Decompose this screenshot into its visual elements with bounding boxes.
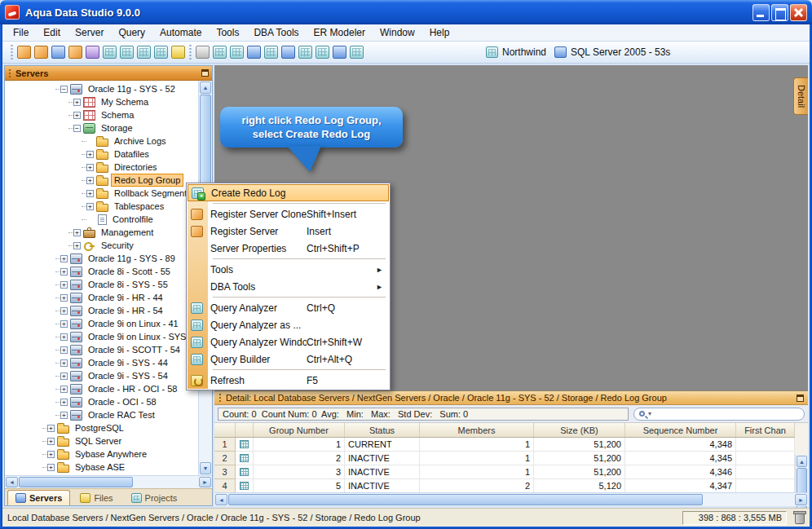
tree-item[interactable]: + Datafiles xyxy=(5,148,198,161)
column-header[interactable]: Group Number xyxy=(254,423,345,437)
expand-toggle[interactable]: + xyxy=(73,242,81,249)
detail-panel-header[interactable]: Detail: Local Database Servers / NextGen… xyxy=(214,391,808,405)
table-row[interactable]: 2 2 INACTIVE 1 51,200 4,345 xyxy=(214,452,795,465)
register-server-icon[interactable] xyxy=(17,46,31,59)
context-menu-item[interactable]: Server Properties Ctrl+Shift+P xyxy=(188,240,389,257)
menu-item[interactable]: Server xyxy=(68,24,111,41)
chart-icon[interactable] xyxy=(350,46,364,59)
tree-item[interactable]: Controlfile xyxy=(5,213,198,226)
sort-icon[interactable] xyxy=(316,46,329,59)
panel-tab[interactable]: Servers xyxy=(7,490,70,505)
scroll-down-icon[interactable]: ▼ xyxy=(200,462,211,474)
context-menu-item[interactable]: Register Server Clone Shift+Insert xyxy=(188,205,389,223)
filter-icon[interactable] xyxy=(298,46,312,59)
context-menu-item[interactable]: DBA Tools ► xyxy=(188,278,389,295)
expand-toggle[interactable]: + xyxy=(47,438,55,445)
context-menu-item[interactable]: Refresh F5 xyxy=(188,372,389,389)
tree-item[interactable]: − Storage xyxy=(5,121,198,134)
tree-horizontal-scrollbar[interactable]: ◄ ► xyxy=(5,475,212,488)
context-menu-item[interactable]: Tools ► xyxy=(188,261,389,278)
expand-toggle[interactable]: + xyxy=(60,386,68,393)
menu-item[interactable]: Help xyxy=(422,24,457,41)
column-header[interactable]: Size (KB) xyxy=(534,423,625,437)
panel-tab[interactable]: Files xyxy=(72,490,121,505)
scroll-right-icon[interactable]: ► xyxy=(199,477,211,487)
expand-toggle[interactable]: + xyxy=(73,99,81,106)
pivot-view-icon[interactable] xyxy=(264,46,278,59)
row-number-column-header[interactable] xyxy=(214,423,236,437)
scroll-left-icon[interactable]: ◄ xyxy=(6,477,18,487)
expand-toggle[interactable]: + xyxy=(47,464,55,471)
tree-item[interactable]: + Oracle RAC Test xyxy=(5,408,198,421)
tree-item[interactable]: + PostgreSQL xyxy=(5,421,198,434)
tree-item[interactable]: + Schema xyxy=(5,108,198,121)
chevron-down-icon[interactable]: ▾ xyxy=(648,410,651,417)
title-bar[interactable]: Aqua Data Studio 9.0.0 xyxy=(0,0,812,24)
script-editor-icon[interactable] xyxy=(154,46,168,59)
detail-search-input[interactable] xyxy=(655,409,799,419)
column-header[interactable]: Status xyxy=(345,423,420,437)
float-panel-icon[interactable] xyxy=(201,69,209,77)
maximize-button[interactable] xyxy=(771,4,788,21)
tree-item[interactable]: + Sybase ASE xyxy=(5,461,198,474)
expand-toggle[interactable]: + xyxy=(60,294,68,302)
row-icon-column-header[interactable] xyxy=(236,423,254,437)
expand-toggle[interactable]: + xyxy=(60,373,68,380)
expand-toggle[interactable]: + xyxy=(60,333,68,341)
query-window-icon[interactable] xyxy=(120,46,134,59)
tree-item[interactable]: + Redo Log Group xyxy=(5,174,198,187)
column-header[interactable]: First Chan xyxy=(736,423,795,437)
menu-item[interactable]: Query xyxy=(111,24,152,41)
expand-toggle[interactable]: + xyxy=(60,281,68,289)
trash-icon[interactable] xyxy=(795,514,805,524)
scroll-left-icon[interactable]: ◄ xyxy=(215,494,227,505)
expand-toggle[interactable]: + xyxy=(86,164,94,171)
context-menu-item[interactable]: Register Server Insert xyxy=(188,223,389,240)
new-object-icon[interactable] xyxy=(171,46,185,59)
expand-toggle[interactable]: + xyxy=(86,203,94,210)
column-header[interactable]: Members xyxy=(420,423,534,437)
detail-search-box[interactable]: ▾ xyxy=(633,408,805,421)
expand-toggle[interactable]: + xyxy=(60,412,68,419)
tree-item[interactable]: − Oracle 11g - SYS - 52 xyxy=(5,82,198,95)
expand-toggle[interactable]: − xyxy=(60,86,68,93)
panel-tab[interactable]: Projects xyxy=(123,490,186,505)
table-row[interactable]: 4 5 INACTIVE 2 5,120 4,347 xyxy=(214,479,795,493)
tree-item[interactable]: + Oracle 9i - SYS - 44 xyxy=(5,356,198,369)
menu-item[interactable]: DBA Tools xyxy=(246,24,306,41)
context-menu-item[interactable]: Create Redo Log xyxy=(188,184,389,201)
scroll-up-icon[interactable]: ▲ xyxy=(797,456,807,467)
expand-toggle[interactable]: + xyxy=(86,190,94,197)
expand-toggle[interactable]: + xyxy=(86,151,94,158)
tree-item[interactable]: + Oracle 9i - HR - 44 xyxy=(5,291,198,304)
tree-item[interactable]: + Tablespaces xyxy=(5,200,198,213)
tree-item[interactable]: + Management xyxy=(5,226,198,239)
table-row[interactable]: 1 1 CURRENT 1 51,200 4,348 xyxy=(214,438,795,452)
expand-toggle[interactable]: + xyxy=(60,359,68,367)
aggregate-icon[interactable] xyxy=(333,46,346,59)
schema-browser-icon[interactable] xyxy=(68,46,82,59)
tree-item[interactable]: + SQL Server xyxy=(5,434,198,447)
query-analyzer-icon[interactable] xyxy=(103,46,117,59)
server-connections-icon[interactable] xyxy=(51,46,65,59)
expand-toggle[interactable]: + xyxy=(60,307,68,315)
register-server-clone-icon[interactable] xyxy=(34,46,48,59)
grid-view-icon[interactable] xyxy=(213,46,227,59)
menu-item[interactable]: Window xyxy=(373,24,422,41)
tree-item[interactable]: + Oracle 9i on Linux - 41 xyxy=(5,317,198,330)
scrollbar-thumb[interactable] xyxy=(228,494,703,505)
tree-item[interactable]: + Oracle 9i - SYS - 54 xyxy=(5,369,198,382)
menu-item[interactable]: Edit xyxy=(36,24,68,41)
tree-item[interactable]: + Oracle 9i - HR - 54 xyxy=(5,304,198,317)
context-menu-item[interactable]: Query Analyzer Ctrl+Q xyxy=(188,299,389,316)
tree-item[interactable]: + Security xyxy=(5,239,198,252)
expand-toggle[interactable]: + xyxy=(47,425,55,432)
context-menu-item[interactable]: Query Analyzer as ... xyxy=(188,316,389,333)
table-row[interactable]: 3 3 INACTIVE 1 51,200 4,346 xyxy=(214,465,795,479)
toolbar-grip-icon[interactable] xyxy=(188,45,192,60)
connection-indicator[interactable]: SQL Server 2005 - 53s xyxy=(554,46,670,58)
expand-toggle[interactable]: + xyxy=(60,268,68,276)
table-data-icon[interactable] xyxy=(137,46,151,59)
menu-item[interactable]: ER Modeler xyxy=(307,24,373,41)
float-panel-icon[interactable] xyxy=(797,395,804,402)
